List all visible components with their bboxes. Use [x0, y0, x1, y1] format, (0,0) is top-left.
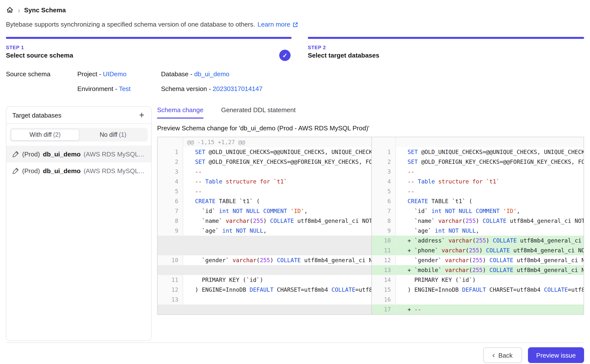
- diff-line-number: 10: [158, 255, 183, 265]
- schema-version-link[interactable]: 20230317014147: [213, 85, 262, 92]
- tab-with-diff[interactable]: With diff (2): [11, 129, 79, 141]
- project-field: Project - UIDemo: [77, 70, 161, 79]
- diff-code-line: SET @OLD_UNIQUE_CHECKS=@@UNIQUE_CHECKS, …: [183, 147, 371, 157]
- diff-code-line: `id` int NOT NULL COMMENT 'ID',: [396, 206, 584, 216]
- diff-code-line: CREATE TABLE `t1` (: [396, 196, 584, 206]
- add-target-database-button[interactable]: +: [138, 111, 145, 119]
- diff-code-line: ) ENGINE=InnoDB DEFAULT CHARSET=utf8mb4 …: [396, 285, 584, 295]
- diff-code-line: --: [183, 167, 371, 177]
- diff-line-number: 13: [371, 265, 396, 275]
- back-button[interactable]: ‹ Back: [483, 347, 522, 363]
- target-database-item[interactable]: (Prod) db_ui_demo (AWS RDS MySQL Prod): [6, 162, 151, 179]
- steps: STEP 1 Select source schema ✓ STEP 2 Sel…: [6, 37, 584, 59]
- diff-line-number: [158, 236, 183, 245]
- step-2-progress-bar: [308, 37, 584, 39]
- diff-hunk-header: @@ -1,15 +1,27 @@: [183, 137, 371, 147]
- diff-line-number: 10: [371, 236, 396, 245]
- diff-line-number: 16: [371, 295, 396, 304]
- diff-line-number: 1: [371, 147, 396, 157]
- diff-line-number: 4: [371, 177, 396, 186]
- diff-line-number: 2: [371, 157, 396, 167]
- diff-line-number: 3: [371, 167, 396, 177]
- diff-code-line: SET @OLD_FOREIGN_KEY_CHECKS=@@FOREIGN_KE…: [183, 157, 371, 167]
- environment-field: Environment - Test: [77, 85, 161, 93]
- diff-line-number: 7: [371, 206, 396, 216]
- target-databases-title: Target databases: [12, 111, 61, 119]
- source-schema-label: Source schema: [6, 70, 77, 79]
- diff-code-line: [183, 265, 371, 275]
- diff-code-line: `id` int NOT NULL COMMENT 'ID',: [183, 206, 371, 216]
- step-2-label: STEP 2: [308, 45, 584, 50]
- step-1-progress-bar: [6, 37, 292, 39]
- diff-line-number: 17: [371, 304, 396, 314]
- diff-line-number: 8: [371, 216, 396, 226]
- preview-tabs: Schema change Generated DDL statement: [157, 106, 584, 119]
- diff-code-line: -- Table structure for `t1`: [396, 177, 584, 186]
- preview-issue-button[interactable]: Preview issue: [528, 347, 584, 363]
- tab-schema-change[interactable]: Schema change: [157, 106, 203, 119]
- project-link[interactable]: UIDemo: [103, 70, 126, 78]
- diff-code-line: + `mobile` varchar(255) COLLATE utf8mb4_…: [396, 265, 584, 275]
- schema-diff-viewer[interactable]: @@ -1,15 +1,27 @@1SET @OLD_UNIQUE_CHECKS…: [157, 137, 584, 315]
- diff-line-number: 3: [158, 167, 183, 177]
- diff-code-line: `gender` varchar(255) COLLATE utf8mb4_ge…: [396, 255, 584, 265]
- diff-line-number: 9: [158, 226, 183, 236]
- step-1-label: STEP 1: [6, 45, 292, 50]
- schema-preview-section: Schema change Generated DDL statement Pr…: [157, 106, 584, 341]
- diff-line-number: 5: [158, 186, 183, 196]
- footer-actions: ‹ Back Preview issue: [6, 347, 584, 363]
- diff-line-number: 1: [158, 147, 183, 157]
- diff-code-line: `gender` varchar(255) COLLATE utf8mb4_ge…: [183, 255, 371, 265]
- breadcrumb: › Sync Schema: [6, 4, 584, 16]
- diff-added-sign: +: [408, 247, 414, 254]
- page-description: Bytebase supports synchronizing a specif…: [6, 20, 584, 29]
- diff-line-number: 8: [158, 216, 183, 226]
- diff-code-line: PRIMARY KEY (`id`): [396, 275, 584, 285]
- diff-code-line: CREATE TABLE `t1` (: [183, 196, 371, 206]
- diff-code-line: --: [183, 186, 371, 196]
- database-instance: (AWS RDS MySQL Prod): [83, 150, 145, 158]
- diff-line-number: 12: [158, 285, 183, 295]
- diff-code-line: [183, 245, 371, 255]
- diff-line-number: [158, 304, 183, 314]
- database-environment: (Prod): [22, 150, 40, 158]
- step-1: STEP 1 Select source schema ✓: [6, 37, 292, 59]
- no-diff-count: (1): [119, 131, 127, 138]
- diff-line-number: 11: [371, 245, 396, 255]
- diff-code-line: -- Table structure for `t1`: [183, 177, 371, 186]
- learn-more-link[interactable]: Learn more: [258, 20, 299, 29]
- tab-generated-ddl[interactable]: Generated DDL statement: [221, 106, 296, 119]
- diff-code-line: --: [396, 167, 584, 177]
- diff-code-line: `name` varchar(255) COLLATE utf8mb4_gene…: [183, 216, 371, 226]
- database-field: Database - db_ui_demo: [161, 70, 584, 79]
- environment-link[interactable]: Test: [119, 85, 131, 92]
- footer-divider: [6, 342, 584, 343]
- database-instance: (AWS RDS MySQL Prod): [83, 167, 145, 174]
- diff-line-number: 14: [371, 275, 396, 285]
- database-name: db_ui_demo: [43, 167, 81, 174]
- diff-code-line: ) ENGINE=InnoDB DEFAULT CHARSET=utf8mb4 …: [183, 285, 371, 295]
- step-2-title: Select target databases: [308, 52, 584, 59]
- chevron-left-icon: ‹: [492, 351, 495, 359]
- with-diff-count: (2): [53, 131, 61, 138]
- diff-code-line: [396, 137, 584, 147]
- step-2: STEP 2 Select target databases: [308, 37, 584, 59]
- diff-added-sign: +: [408, 237, 414, 244]
- database-link[interactable]: db_ui_demo: [194, 70, 229, 78]
- diff-code-line: --: [396, 186, 584, 196]
- diff-line-number: [158, 245, 183, 255]
- diff-line-number: 2: [158, 157, 183, 167]
- database-edit-icon: [12, 151, 19, 157]
- database-environment: (Prod): [22, 167, 40, 174]
- step-complete-check-icon: ✓: [279, 50, 291, 61]
- target-database-item[interactable]: (Prod) db_ui_demo (AWS RDS MySQL Prod): [6, 146, 151, 162]
- diff-code-line: [183, 304, 371, 314]
- diff-code-line: `age` int NOT NULL,: [183, 226, 371, 236]
- tab-no-diff[interactable]: No diff (1): [79, 129, 147, 141]
- diff-gutter: [371, 137, 396, 147]
- diff-line-number: 13: [158, 295, 183, 304]
- diff-code-line: + --: [396, 304, 584, 314]
- diff-code-line: SET @OLD_FOREIGN_KEY_CHECKS=@@FOREIGN_KE…: [396, 157, 584, 167]
- home-icon[interactable]: [6, 6, 14, 14]
- target-database-list: (Prod) db_ui_demo (AWS RDS MySQL Prod) (…: [6, 146, 151, 179]
